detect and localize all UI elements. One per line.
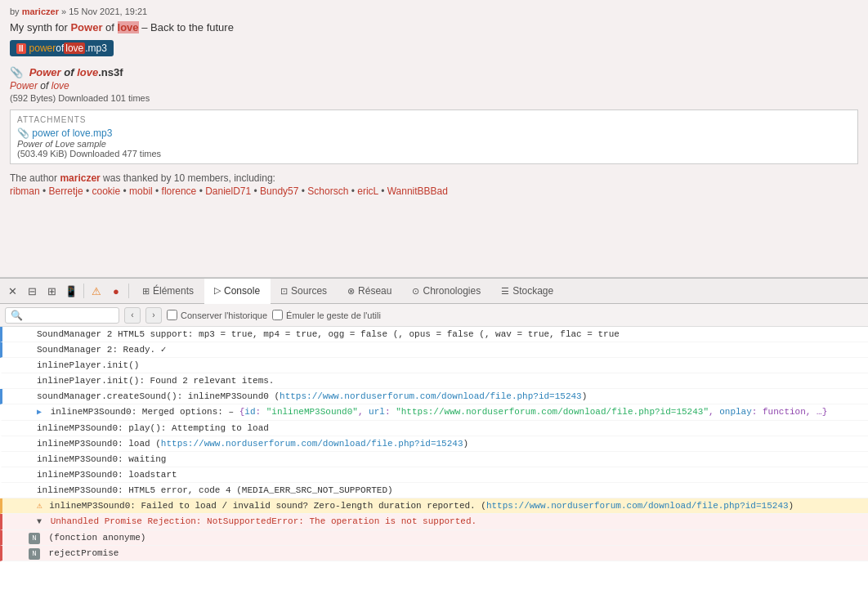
badge-power: power bbox=[29, 42, 56, 54]
line-content: N rejectPromise bbox=[29, 547, 865, 560]
emulate-checkbox[interactable] bbox=[272, 310, 283, 320]
tab-timeline-label: Chronologies bbox=[423, 285, 481, 297]
divider-2 bbox=[128, 284, 129, 298]
line-content: SoundManager 2 HTML5 support: mp3 = true… bbox=[37, 328, 865, 341]
member-ericl[interactable]: ericL bbox=[357, 185, 378, 197]
tab-console-label: Console bbox=[224, 285, 260, 297]
tab-storage-label: Stockage bbox=[512, 285, 553, 297]
ns3f-sub-love: love bbox=[51, 80, 69, 92]
member-danield71[interactable]: DanielD71 bbox=[205, 185, 251, 197]
tab-console[interactable]: ▷ Console bbox=[204, 279, 271, 304]
console-link[interactable]: https://www.norduserforum.com/download/f… bbox=[280, 391, 582, 401]
attachment-item: 📎 power of love.mp3 bbox=[17, 127, 851, 139]
line-content: inlinePlayer.init() bbox=[37, 359, 865, 372]
console-output: SoundManager 2 HTML5 support: mp3 = true… bbox=[0, 327, 868, 612]
text-power: Power bbox=[70, 21, 102, 34]
console-line: soundManager.createSound(): inlineMP3Sou… bbox=[0, 389, 868, 404]
ns3f-ext: .ns3f bbox=[98, 66, 123, 78]
ns3f-power: Power bbox=[29, 66, 61, 78]
badge-ext: .mp3 bbox=[85, 42, 107, 54]
ns3f-sub-of: of bbox=[40, 80, 48, 92]
attachment-meta: (503.49 KiB) Downloaded 477 times bbox=[17, 149, 851, 159]
member-ribman[interactable]: ribman bbox=[10, 185, 40, 197]
rejection-sub-text2: rejectPromise bbox=[49, 548, 119, 558]
elements-icon: ⊞ bbox=[142, 286, 150, 297]
post-date: 15 Nov 2021, 19:21 bbox=[69, 7, 147, 16]
console-line-warning: ⚠ inlineMP3Sound0: Failed to load / inva… bbox=[0, 498, 868, 514]
line-content: inlineMP3Sound0: loadstart bbox=[37, 468, 865, 481]
next-button[interactable]: › bbox=[145, 307, 162, 324]
tab-elements[interactable]: ⊞ Éléments bbox=[132, 279, 204, 303]
member-berretje[interactable]: Berretje bbox=[49, 185, 83, 197]
post-author[interactable]: mariczer bbox=[22, 7, 59, 16]
thanks-prefix: The author bbox=[10, 172, 57, 184]
line-content: ⚠ inlineMP3Sound0: Failed to load / inva… bbox=[37, 499, 865, 512]
tab-elements-label: Éléments bbox=[153, 285, 194, 297]
console-line: inlineMP3Sound0: load (https://www.nordu… bbox=[0, 436, 868, 452]
ns3f-section: 📎 Power of love.ns3f Power of love (592 … bbox=[10, 66, 858, 103]
divider-1 bbox=[83, 284, 84, 298]
expand-arrow[interactable]: ▶ bbox=[37, 408, 42, 417]
ns3f-title: 📎 Power of love.ns3f bbox=[10, 66, 858, 78]
console-icon: ▷ bbox=[214, 285, 221, 296]
emulate-label: Émuler le geste de l'utili bbox=[272, 310, 381, 320]
attachment-paperclip: 📎 bbox=[17, 127, 29, 139]
console-line: inlinePlayer.init() bbox=[0, 358, 868, 373]
network-icon: ⊗ bbox=[347, 286, 355, 297]
member-schorsch[interactable]: Schorsch bbox=[307, 185, 348, 197]
badge-of: of bbox=[56, 42, 64, 54]
line-content: ▼ Unhandled Promise Rejection: NotSuppor… bbox=[37, 515, 865, 529]
tab-timeline[interactable]: ⊙ Chronologies bbox=[402, 279, 491, 303]
line-content: ▶ inlineMP3Sound0: Merged options: – {id… bbox=[37, 405, 865, 419]
expand-arrow-rejection[interactable]: ▼ bbox=[37, 517, 42, 526]
line-content: inlineMP3Sound0: HTML5 error, code 4 (ME… bbox=[37, 484, 865, 497]
prev-button[interactable]: ‹ bbox=[124, 307, 141, 324]
thanks-suffix: was thanked by 10 members, including: bbox=[103, 172, 275, 184]
post-area: by mariczer » 15 Nov 2021, 19:21 My synt… bbox=[0, 0, 868, 278]
member-mobil[interactable]: mobil bbox=[129, 185, 153, 197]
line-content: N (fonction anonyme) bbox=[29, 531, 865, 544]
tab-storage[interactable]: ☰ Stockage bbox=[491, 279, 564, 303]
mobile-button[interactable]: 📱 bbox=[62, 282, 80, 300]
tab-sources[interactable]: ⊡ Sources bbox=[271, 279, 338, 303]
badge-icon: II bbox=[16, 43, 26, 54]
sources-icon: ⊡ bbox=[280, 286, 288, 297]
attachments-box: ATTACHMENTS 📎 power of love.mp3 Power of… bbox=[10, 109, 858, 164]
badge-love: love bbox=[64, 42, 85, 54]
console-line: inlineMP3Sound0: HTML5 error, code 4 (ME… bbox=[0, 483, 868, 498]
search-box[interactable]: 🔍 bbox=[5, 307, 119, 324]
post-meta: by mariczer » 15 Nov 2021, 19:21 bbox=[10, 7, 858, 16]
n-icon-2: N bbox=[29, 548, 40, 560]
console-line-rejection: ▼ Unhandled Promise Rejection: NotSuppor… bbox=[0, 514, 868, 530]
attachment-link[interactable]: power of love.mp3 bbox=[32, 127, 112, 139]
close-button[interactable]: ✕ bbox=[3, 282, 21, 300]
member-cookie[interactable]: cookie bbox=[92, 185, 120, 197]
ns3f-meta: (592 Bytes) Downloaded 101 times bbox=[10, 93, 858, 103]
search-input[interactable] bbox=[26, 310, 108, 320]
preserve-log-checkbox[interactable] bbox=[167, 310, 177, 320]
preserve-log-label: Conserver l'historique bbox=[167, 310, 267, 320]
mp3-badge[interactable]: IIpower of love.mp3 bbox=[10, 40, 114, 56]
member-florence[interactable]: florence bbox=[162, 185, 197, 197]
line-content: inlineMP3Sound0: load (https://www.nordu… bbox=[37, 437, 865, 450]
thanks-section: The author mariczer was thanked by 10 me… bbox=[10, 172, 858, 197]
member-wannit[interactable]: WannitBBBad bbox=[387, 185, 448, 197]
warn-button[interactable]: ⚠ bbox=[87, 282, 105, 300]
line-content: soundManager.createSound(): inlineMP3Sou… bbox=[37, 390, 865, 403]
console-toolbar: 🔍 ‹ › Conserver l'historique Émuler le g… bbox=[0, 304, 868, 327]
rejection-header: Unhandled Promise Rejection: NotSupporte… bbox=[51, 516, 477, 526]
split-button[interactable]: ⊟ bbox=[23, 282, 41, 300]
err-button[interactable]: ● bbox=[107, 282, 125, 300]
tab-network[interactable]: ⊗ Réseau bbox=[338, 279, 402, 303]
ns3f-subtitle: Power of love bbox=[10, 80, 858, 92]
dock-button[interactable]: ⊞ bbox=[43, 282, 60, 300]
thanks-username[interactable]: mariczer bbox=[60, 172, 100, 184]
console-link[interactable]: https://www.norduserforum.com/download/f… bbox=[161, 439, 463, 449]
line-content: inlinePlayer.init(): Found 2 relevant it… bbox=[37, 374, 865, 387]
emulate-text: Émuler le geste de l'utili bbox=[286, 310, 381, 320]
storage-icon: ☰ bbox=[501, 286, 509, 297]
line-content: inlineMP3Sound0: play(): Attempting to l… bbox=[37, 422, 865, 435]
console-link[interactable]: https://www.norduserforum.com/download/f… bbox=[486, 501, 789, 511]
member-bundy57[interactable]: Bundy57 bbox=[260, 185, 298, 197]
devtools-bar: ✕ ⊟ ⊞ 📱 ⚠ ● ⊞ Éléments ▷ Console ⊡ Sourc… bbox=[0, 278, 868, 304]
